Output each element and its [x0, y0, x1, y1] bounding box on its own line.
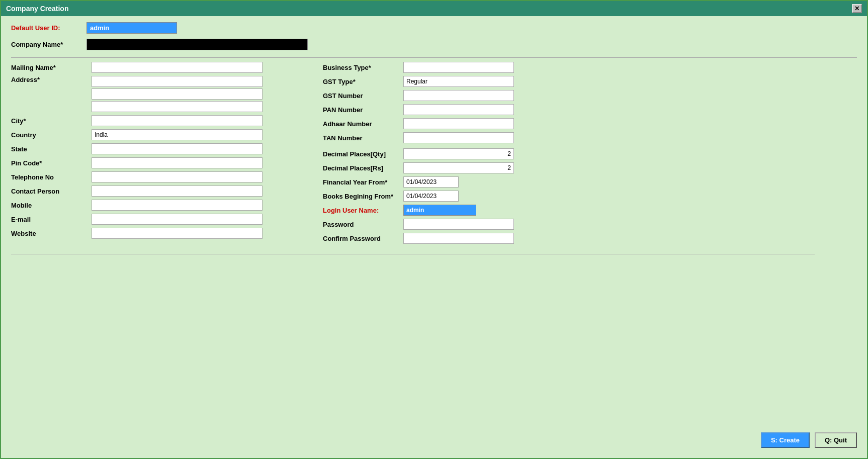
gst-type-input[interactable]: [403, 76, 514, 87]
business-type-input[interactable]: [403, 62, 514, 73]
decimal-rs-label: Decimal Places[Rs]: [323, 164, 403, 172]
tan-number-input[interactable]: [403, 132, 514, 143]
company-name-label: Company Name*: [11, 41, 86, 48]
quit-button[interactable]: Q: Quit: [815, 432, 857, 448]
confirm-password-input[interactable]: [403, 233, 514, 244]
login-user-name-label: Login User Name:: [323, 207, 403, 214]
address-group: [92, 76, 263, 112]
city-input[interactable]: [92, 115, 263, 126]
gst-type-label: GST Type*: [323, 78, 403, 85]
pin-code-label: Pin Code*: [11, 159, 92, 167]
pan-number-input[interactable]: [403, 104, 514, 115]
books-beginning-from-input[interactable]: [403, 191, 459, 202]
password-label: Password: [323, 221, 403, 228]
website-input[interactable]: [92, 228, 263, 239]
decimal-qty-input[interactable]: [403, 148, 514, 159]
address-input-2[interactable]: [92, 88, 263, 100]
button-bar: S: Create Q: Quit: [761, 432, 857, 448]
mobile-input[interactable]: [92, 200, 263, 211]
books-beginning-from-label: Books Begining From*: [323, 193, 403, 200]
mailing-name-input[interactable]: [92, 62, 263, 73]
contact-person-label: Contact Person: [11, 188, 92, 195]
mobile-label: Mobile: [11, 202, 92, 209]
gst-number-label: GST Number: [323, 92, 403, 100]
email-label: E-mail: [11, 216, 92, 223]
close-button[interactable]: ✕: [852, 4, 862, 13]
password-input[interactable]: [403, 219, 514, 230]
login-user-name-input[interactable]: [403, 205, 476, 216]
default-user-input[interactable]: [86, 22, 177, 34]
city-label: City*: [11, 117, 92, 125]
business-type-label: Business Type*: [323, 64, 403, 71]
company-name-input[interactable]: [86, 39, 308, 50]
main-window: Company Creation ✕ Default User ID: Comp…: [0, 0, 868, 459]
window-title: Company Creation: [6, 5, 68, 13]
financial-year-from-label: Financial Year From*: [323, 178, 403, 186]
adhaar-number-label: Adhaar Number: [323, 120, 403, 128]
state-label: State: [11, 145, 92, 153]
decimal-rs-input[interactable]: [403, 162, 514, 173]
address-input-3[interactable]: [92, 101, 263, 112]
state-input[interactable]: [92, 143, 263, 154]
decimal-qty-label: Decimal Places[Qty]: [323, 150, 403, 158]
confirm-password-label: Confirm Password: [323, 235, 403, 242]
telephone-label: Telephone No: [11, 173, 92, 181]
telephone-input[interactable]: [92, 171, 263, 182]
mailing-name-label: Mailing Name*: [11, 64, 92, 71]
website-label: Website: [11, 230, 92, 237]
address-input-1[interactable]: [92, 76, 263, 87]
pin-code-input[interactable]: [92, 157, 263, 168]
right-column: Business Type* GST Type* GST Number PAN …: [323, 62, 544, 247]
title-bar: Company Creation ✕: [1, 1, 867, 16]
country-label: Country: [11, 131, 92, 139]
default-user-label: Default User ID:: [11, 24, 86, 32]
address-label: Address*: [11, 76, 92, 83]
country-input[interactable]: [92, 129, 263, 140]
left-column: Mailing Name* Address* City* C: [11, 62, 303, 247]
pan-number-label: PAN Number: [323, 106, 403, 114]
create-button[interactable]: S: Create: [761, 432, 810, 448]
gst-number-input[interactable]: [403, 90, 514, 101]
tan-number-label: TAN Number: [323, 134, 403, 142]
email-input[interactable]: [92, 214, 263, 225]
financial-year-from-input[interactable]: [403, 176, 459, 188]
contact-person-input[interactable]: [92, 186, 263, 197]
adhaar-number-input[interactable]: [403, 118, 514, 129]
